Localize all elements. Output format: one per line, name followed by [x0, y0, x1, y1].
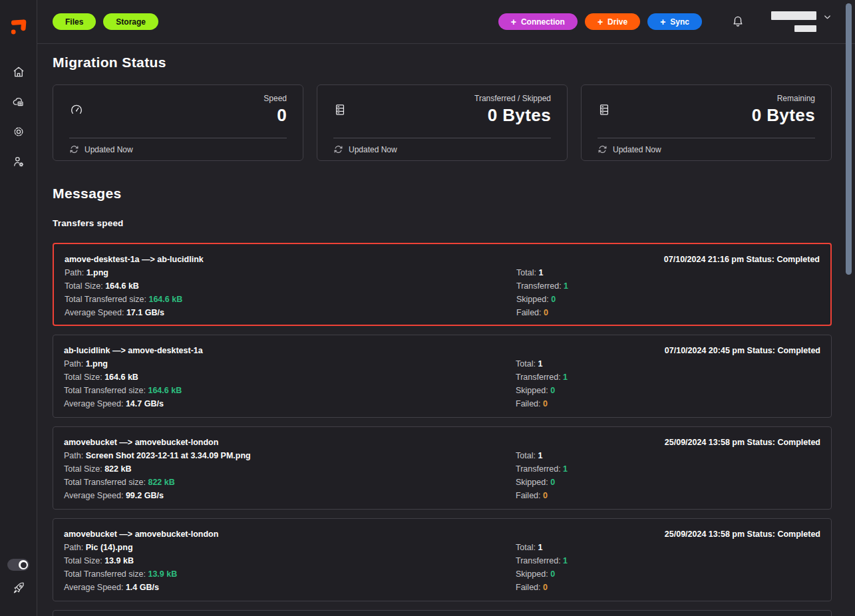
timestamp-status: 07/10/2024 20:45 pm Status: Completed	[665, 344, 820, 357]
transferred-size-value: 822 kB	[148, 478, 174, 487]
total-label: Total:	[516, 543, 536, 552]
transferred-size-value: 13.9 kB	[148, 569, 177, 579]
refresh-icon	[598, 144, 607, 154]
messages-title: Messages	[53, 186, 832, 202]
timestamp-status: 25/09/2024 13:58 pm Status: Completed	[665, 528, 820, 541]
transferred-size-value: 164.6 kB	[148, 295, 182, 304]
status-value: Completed	[776, 255, 820, 264]
total-size-value: 822 kB	[104, 464, 131, 474]
notifications-bell-icon[interactable]	[731, 15, 745, 29]
top-bar: Files Storage + Connection + Drive + Syn…	[37, 0, 855, 44]
transferred-skipped-card: Transferred / Skipped 0 Bytes Updated No…	[317, 84, 568, 161]
failed-label: Failed:	[516, 583, 541, 592]
transferred-label: Transferred:	[516, 373, 561, 382]
total-size-value: 13.9 kB	[104, 556, 134, 565]
sidebar-bottom	[7, 559, 29, 595]
avg-speed-label: Average Speed:	[64, 399, 123, 408]
total-value: 1	[538, 451, 542, 460]
skipped-label: Skipped:	[516, 295, 549, 304]
plus-icon: +	[660, 17, 665, 27]
card-label: Speed	[263, 94, 287, 103]
total-size-label: Total Size:	[64, 464, 102, 474]
add-connection-label: Connection	[521, 17, 565, 27]
user-settings-icon[interactable]	[12, 155, 25, 168]
card-label: Remaining	[752, 94, 815, 103]
failed-value: 0	[543, 491, 548, 500]
storage-stack-icon	[333, 102, 347, 138]
path-value: 1.png	[86, 268, 108, 277]
avg-speed-label: Average Speed:	[65, 308, 124, 317]
card-value: 0 Bytes	[752, 105, 815, 126]
card-value: 0 Bytes	[474, 105, 551, 126]
failed-label: Failed:	[516, 308, 542, 317]
user-menu[interactable]	[771, 11, 832, 32]
sidebar-nav	[12, 65, 25, 168]
transferred-size-label: Total Transferred size:	[64, 478, 146, 487]
updated-text: Updated Now	[613, 145, 661, 154]
status-value: Completed	[777, 438, 820, 447]
storage-stack-icon	[598, 102, 611, 138]
avg-speed-value: 99.2 GB/s	[126, 491, 164, 500]
avg-speed-value: 1.4 GB/s	[126, 583, 159, 592]
home-icon[interactable]	[12, 65, 25, 78]
status-cards-row: Speed 0 Updated Now	[53, 84, 832, 161]
redacted-text-block	[794, 25, 816, 32]
sidebar	[0, 0, 37, 616]
timestamp: 25/09/2024 13:58 pm	[665, 530, 745, 539]
transferred-value: 1	[563, 556, 568, 565]
add-drive-button[interactable]: + Drive	[585, 13, 640, 30]
total-label: Total:	[516, 268, 536, 277]
timestamp-status: 07/10/2024 21:16 pm Status: Completed	[664, 253, 820, 266]
skipped-value: 0	[551, 295, 556, 304]
user-name-redacted	[771, 11, 816, 32]
storage-button[interactable]: Storage	[103, 13, 158, 30]
message-card: amovebucket —> amovebucket-london Path: …	[53, 426, 832, 510]
storage-button-label: Storage	[116, 17, 146, 27]
avg-speed-label: Average Speed:	[64, 583, 123, 592]
failed-value: 0	[543, 399, 548, 408]
main-content: Migration Status Speed 0	[37, 45, 855, 616]
failed-label: Failed:	[516, 399, 541, 408]
files-button[interactable]: Files	[53, 13, 96, 30]
settings-gear-icon[interactable]	[12, 125, 25, 138]
path-value: Screen Shot 2023-12-11 at 3.34.09 PM.png	[86, 451, 251, 460]
transferred-value: 1	[563, 464, 568, 474]
skipped-value: 0	[550, 478, 555, 487]
message-card: ab-lucidlink —> amove-desktest-1a Path: …	[53, 335, 832, 418]
plus-icon: +	[598, 17, 603, 27]
dark-mode-toggle[interactable]	[7, 559, 29, 571]
messages-subtitle: Transfers speed	[53, 218, 832, 228]
plus-icon: +	[511, 17, 516, 27]
path-label: Path:	[64, 543, 83, 552]
status-value: Completed	[777, 530, 820, 539]
amove-logo-icon[interactable]	[10, 17, 27, 36]
add-drive-label: Drive	[607, 17, 627, 27]
skipped-label: Skipped:	[516, 569, 548, 579]
skipped-label: Skipped:	[516, 478, 548, 487]
transferred-value: 1	[563, 373, 568, 382]
transferred-size-label: Total Transferred size:	[64, 569, 146, 579]
transferred-value: 1	[564, 281, 568, 291]
refresh-icon	[333, 144, 343, 154]
scrollbar-thumb[interactable]	[846, 3, 852, 275]
rocket-icon[interactable]	[12, 581, 25, 595]
timestamp: 07/10/2024 21:16 pm	[664, 255, 744, 264]
chevron-down-icon[interactable]	[822, 12, 832, 22]
toggle-knob	[19, 560, 28, 569]
cloud-drive-icon[interactable]	[12, 95, 25, 108]
files-button-label: Files	[65, 17, 83, 27]
status-label: Status:	[747, 346, 775, 355]
total-size-label: Total Size:	[64, 556, 102, 565]
updated-text: Updated Now	[349, 145, 397, 154]
message-list: amove-desktest-1a —> ab-lucidlink Path: …	[53, 243, 832, 616]
add-connection-button[interactable]: + Connection	[498, 13, 578, 30]
total-label: Total:	[516, 359, 536, 369]
path-label: Path:	[64, 451, 83, 460]
add-sync-button[interactable]: + Sync	[647, 13, 702, 30]
add-sync-label: Sync	[670, 17, 689, 27]
total-value: 1	[538, 543, 542, 552]
skipped-value: 0	[550, 386, 555, 395]
status-label: Status:	[747, 530, 775, 539]
status-label: Status:	[747, 255, 774, 264]
path-value: 1.png	[86, 359, 108, 369]
